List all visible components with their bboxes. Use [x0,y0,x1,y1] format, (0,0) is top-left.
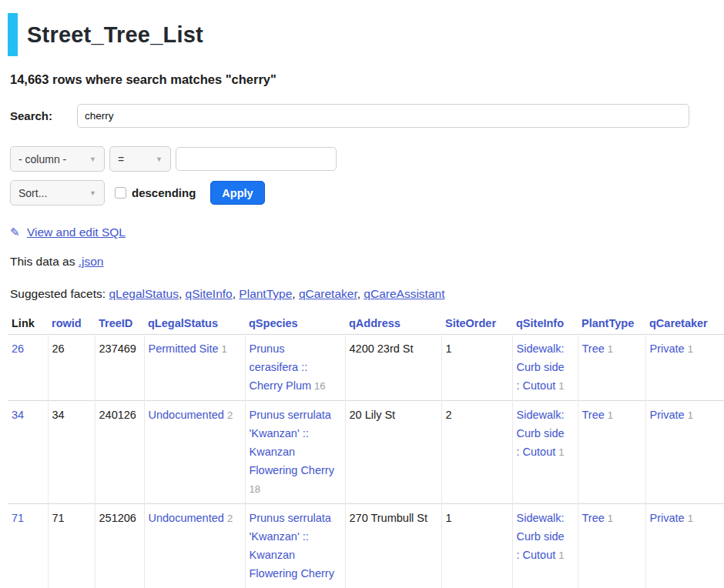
view-edit-sql-link[interactable]: View and edit SQL [27,226,126,239]
row-link[interactable]: 71 [12,512,24,524]
title-bar: Street_Tree_List [8,12,724,57]
row-count-summary: 14,663 rows where search matches "cherry… [10,72,724,87]
row-link[interactable]: 34 [12,409,24,421]
datasette-table-page: Street_Tree_List 14,663 rows where searc… [0,0,724,588]
results-table: Link rowid TreeID qLegalStatus qSpecies … [8,314,724,588]
treeid-value: 237469 [99,342,136,355]
facet-count: 1 [558,380,564,392]
facet-separator: , [292,287,299,300]
sort-select[interactable]: Sort... ▼ [10,180,105,205]
qcaretaker-link[interactable]: Private [650,512,685,524]
filter-value-input[interactable] [176,147,337,171]
facet-count: 1 [558,550,564,561]
qspecies-link[interactable]: Prunus serrulata 'Kwanzan' :: Kwanzan Fl… [250,409,334,476]
qspecies-link[interactable]: Prunus serrulata 'Kwanzan' :: Kwanzan Fl… [250,512,334,580]
qcaretaker-link[interactable]: Private [650,409,685,421]
rowid-value: 34 [52,409,65,421]
page-title: Street_Tree_List [27,22,203,48]
siteorder-value: 2 [446,409,452,421]
facet-count: 1 [608,409,613,421]
qlegalstatus-link[interactable]: Permitted Site [149,342,219,355]
search-input[interactable] [77,104,689,128]
facet-count: 1 [688,343,693,355]
qaddress-value: 20 Lily St [350,409,396,421]
column-header-rowid[interactable]: rowid [48,314,95,335]
qsiteinfo-link[interactable]: Sidewalk: Curb side : Cutout [517,342,565,392]
column-header-qsiteinfo[interactable]: qSiteInfo [512,314,578,335]
siteorder-value: 1 [446,342,452,355]
table-row: 34 34 240126 Undocumented 2 Prunus serru… [8,401,724,504]
table-header-row: Link rowid TreeID qLegalStatus qSpecies … [8,314,724,335]
planttype-link[interactable]: Tree [582,409,605,421]
qaddress-value: 4200 23rd St [350,342,414,355]
search-label: Search: [10,109,77,122]
facet-link-qsiteinfo[interactable]: qSiteInfo [186,287,233,300]
data-export-line: This data as .json [10,255,724,269]
column-header-treeid[interactable]: TreeID [95,314,144,335]
facet-count: 18 [250,483,260,495]
pencil-icon: ✎ [10,226,20,239]
descending-checkbox[interactable] [115,187,126,199]
column-header-qaddress[interactable]: qAddress [345,314,441,335]
qspecies-link[interactable]: Prunus cerasifera :: Cherry Plum [250,342,312,392]
facet-count: 1 [608,513,613,524]
table-row: 71 71 251206 Undocumented 2 Prunus serru… [8,504,724,588]
sql-link-line: ✎ View and edit SQL [10,226,724,239]
facet-count: 1 [222,343,227,355]
facet-count: 1 [608,343,613,355]
column-header-qspecies[interactable]: qSpecies [245,314,345,335]
facet-count: 1 [688,409,693,421]
qlegalstatus-link[interactable]: Undocumented [149,409,224,421]
qsiteinfo-link[interactable]: Sidewalk: Curb side : Cutout [517,409,565,458]
qsiteinfo-link[interactable]: Sidewalk: Curb side : Cutout [517,512,565,561]
qlegalstatus-link[interactable]: Undocumented [149,512,224,524]
column-header-qcaretaker[interactable]: qCaretaker [645,314,724,335]
facet-link-qcareassistant[interactable]: qCareAssistant [364,287,444,300]
column-header-siteorder[interactable]: SiteOrder [441,314,512,335]
table-row: 26 26 237469 Permitted Site 1 Prunus cer… [8,335,724,401]
treeid-value: 240126 [99,409,136,421]
facets-prefix: Suggested facets: [10,287,106,300]
filter-operator-select[interactable]: = ▼ [109,146,171,172]
qcaretaker-link[interactable]: Private [650,342,685,355]
accent-bar [8,13,18,56]
chevron-down-icon: ▼ [89,189,96,197]
facet-count: 1 [558,446,564,458]
filter-column-selected: - column - [18,153,66,165]
row-link[interactable]: 26 [12,342,24,355]
data-as-prefix: This data as [10,255,75,268]
suggested-facets-line: Suggested facets: qLegalStatus, qSiteInf… [10,287,724,301]
apply-button[interactable]: Apply [210,181,264,205]
qaddress-value: 270 Trumbull St [350,512,428,524]
filter-row: - column - ▼ = ▼ [10,146,724,172]
column-header-link: Link [8,314,48,335]
rowid-value: 26 [52,342,65,355]
planttype-link[interactable]: Tree [582,342,605,355]
siteorder-value: 1 [446,512,452,524]
facet-link-qcaretaker[interactable]: qCaretaker [299,287,357,300]
column-header-qlegalstatus[interactable]: qLegalStatus [144,314,245,335]
chevron-down-icon: ▼ [89,155,96,163]
planttype-link[interactable]: Tree [582,512,605,524]
facet-link-qlegalstatus[interactable]: qLegalStatus [109,287,179,300]
facet-count: 16 [314,380,325,392]
filter-operator-selected: = [118,153,124,165]
filter-column-select[interactable]: - column - ▼ [10,146,105,172]
sort-row: Sort... ▼ descending Apply [10,180,724,205]
sort-selected: Sort... [18,187,47,199]
rowid-value: 71 [52,512,65,524]
facet-count: 2 [227,409,233,421]
facet-link-planttype[interactable]: PlantType [239,287,292,300]
facet-count: 1 [688,513,693,524]
treeid-value: 251206 [99,512,136,524]
json-export-link[interactable]: .json [79,255,104,268]
facet-separator: , [179,287,186,300]
search-row: Search: [10,104,724,128]
column-header-planttype[interactable]: PlantType [578,314,645,335]
chevron-down-icon: ▼ [156,155,163,163]
descending-label: descending [132,186,196,199]
facet-count: 2 [227,513,233,524]
